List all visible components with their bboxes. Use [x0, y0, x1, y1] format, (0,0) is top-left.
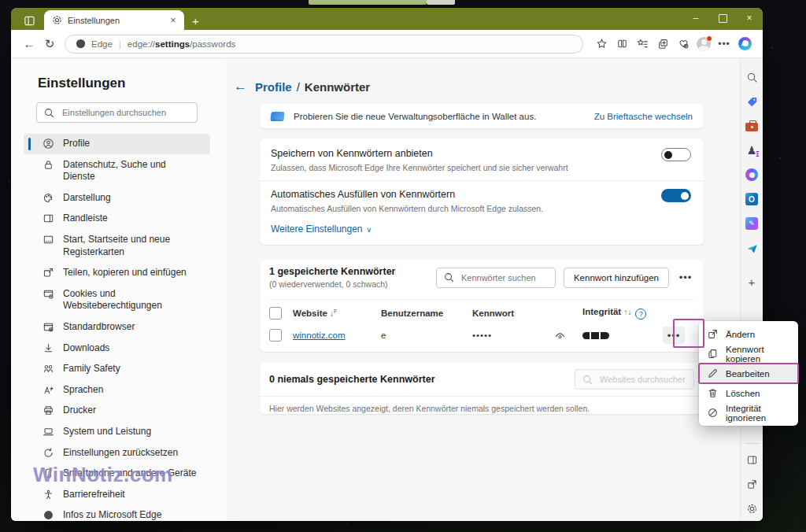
add-password-button[interactable]: Kennwort hinzufügen — [564, 268, 669, 288]
games-icon[interactable]: ♟ — [744, 142, 760, 158]
printer-icon — [43, 405, 54, 416]
sidebar-item-label: Sprachen — [63, 384, 103, 397]
menu-item-label: Integrität ignorieren — [726, 404, 790, 423]
outlook-icon[interactable]: O — [744, 191, 760, 207]
url-text: edge://settings/passwords — [128, 39, 235, 49]
sidebar-item-family-safety[interactable]: Family Safety — [24, 359, 210, 379]
settings-search-input[interactable] — [61, 107, 190, 118]
col-integrity[interactable]: Integrität ↑↓? — [582, 307, 663, 320]
back-button[interactable]: ← — [19, 37, 39, 50]
switch-to-wallet-link[interactable]: Zu Brieftasche wechseln — [594, 112, 693, 121]
notification-dot — [706, 35, 712, 42]
sidebar-search-icon[interactable] — [744, 69, 760, 85]
menu-item-bearbeiten[interactable]: Bearbeiten — [699, 364, 798, 383]
sidebar-item-datenschutz[interactable]: Datenschutz, Suche und Dienste — [24, 155, 210, 187]
settings-search[interactable] — [36, 102, 198, 123]
sidebar-panel-icon[interactable] — [744, 452, 760, 467]
sidebar-item-standardbrowser[interactable]: Standardbrowser — [24, 317, 210, 338]
sidebar-item-teilen[interactable]: Teilen, kopieren und einfügen — [24, 263, 210, 283]
laptop-icon — [43, 426, 54, 438]
favorites-list-icon[interactable] — [632, 34, 653, 54]
profile-avatar[interactable] — [693, 34, 714, 54]
rail-divider — [745, 443, 759, 444]
settings-more-icon[interactable]: ••• — [714, 39, 734, 50]
annotation-highlight-box — [673, 319, 704, 348]
sidebar-item-label: Profile — [63, 138, 90, 150]
workspaces-icon[interactable] — [17, 11, 41, 30]
close-button[interactable]: × — [736, 8, 763, 28]
sidebar-item-label: Downloads — [63, 342, 109, 355]
sidebar-item-zuruecksetzen[interactable]: Einstellungen zurücksetzen — [24, 443, 210, 464]
favorite-star-icon[interactable] — [591, 34, 612, 54]
menu-item-kennwort-kopieren[interactable]: Kennwort kopieren — [699, 344, 798, 364]
collections-icon[interactable] — [653, 34, 673, 54]
reveal-password-icon[interactable] — [554, 330, 582, 342]
col-website[interactable]: Website ↓F — [293, 308, 381, 318]
sidebar-item-system[interactable]: System und Leistung — [24, 422, 210, 442]
password-row: winnotiz.com e ••••• ••• — [269, 327, 694, 344]
tools-icon[interactable] — [744, 118, 760, 134]
sidebar-item-downloads[interactable]: Downloads — [24, 338, 210, 359]
sidebar-item-profile[interactable]: Profile — [24, 134, 210, 154]
tab-einstellungen[interactable]: Einstellungen × — [44, 10, 184, 30]
menu-item-integritaet-ignorieren[interactable]: Integrität ignorieren — [699, 403, 798, 423]
minimize-button[interactable]: – — [682, 8, 709, 28]
autofill-toggle[interactable] — [661, 189, 691, 202]
designer-icon[interactable]: ✎ — [744, 216, 760, 231]
sidebar-item-drucker[interactable]: Drucker — [24, 401, 210, 421]
shopping-icon[interactable] — [744, 94, 760, 109]
save-offer-toggle[interactable] — [661, 148, 691, 161]
col-password: Kennwort — [472, 308, 554, 318]
sidebar-panel-icon — [43, 212, 54, 224]
sidebar-item-randleiste[interactable]: Randleiste — [24, 209, 210, 229]
password-search[interactable] — [436, 268, 556, 288]
share-icon — [43, 267, 54, 279]
integrity-help-icon[interactable]: ? — [635, 308, 646, 320]
desktop: Einstellungen × + – × ← ↻ Edge | edge:/ — [0, 0, 806, 532]
drop-app-icon[interactable] — [744, 240, 760, 256]
setting-description: Automatisches Ausfüllen von Kennwörtern … — [271, 204, 693, 213]
sidebar-item-sprachen[interactable]: Sprachen — [24, 380, 210, 401]
username-cell: e — [381, 331, 472, 340]
menu-item-label: Löschen — [726, 389, 760, 398]
row-checkbox[interactable] — [269, 329, 282, 342]
menu-item-aendern[interactable]: Ändern — [699, 324, 798, 344]
sidebar-item-infos[interactable]: Infos zu Microsoft Edge — [24, 505, 210, 521]
browser-essentials-icon[interactable] — [673, 34, 693, 54]
maximize-button[interactable] — [709, 8, 736, 28]
reload-button[interactable]: ↻ — [39, 37, 60, 51]
setting-save-offer: Speichern von Kennwörtern anbieten Zulas… — [271, 148, 693, 172]
edge-logo-icon — [75, 38, 87, 50]
divider — [260, 180, 704, 181]
desktop-stars — [0, 0, 2, 2]
more-settings-link[interactable]: Weitere Einstellungen∨ — [271, 224, 372, 235]
sidebar-item-label: Family Safety — [63, 363, 120, 375]
new-tab-button[interactable]: + — [192, 16, 199, 27]
tab-close-icon[interactable]: × — [167, 14, 179, 27]
breadcrumb: ← Profile / Kennwörter — [234, 79, 370, 94]
sidebar-item-darstellung[interactable]: Darstellung — [24, 188, 210, 209]
never-saved-search[interactable] — [575, 369, 694, 390]
copilot-icon[interactable] — [734, 34, 755, 54]
person-icon — [43, 138, 54, 150]
edge-window: Einstellungen × + – × ← ↻ Edge | edge:/ — [11, 8, 763, 521]
breadcrumb-parent[interactable]: Profile — [255, 80, 292, 94]
select-all-checkbox[interactable] — [269, 307, 282, 320]
split-screen-icon[interactable] — [612, 34, 632, 54]
website-link[interactable]: winnotiz.com — [293, 331, 381, 340]
add-sidebar-app-button[interactable]: + — [749, 275, 756, 289]
address-bar[interactable]: Edge | edge://settings/passwords — [65, 35, 583, 54]
tab-title: Einstellungen — [68, 16, 167, 25]
password-search-input[interactable] — [460, 272, 549, 283]
sidebar-settings-gear-icon[interactable] — [744, 501, 760, 516]
sidebar-item-barrierefreiheit[interactable]: Barrierefreiheit — [24, 485, 210, 505]
saved-more-icon[interactable]: ••• — [677, 272, 694, 283]
sidebar-item-start[interactable]: Start, Startseite und neue Registerkarte… — [24, 230, 210, 262]
menu-item-loeschen[interactable]: Löschen — [699, 383, 798, 403]
chevron-down-icon: ∨ — [367, 226, 372, 234]
back-arrow-icon[interactable]: ← — [234, 79, 247, 94]
m365-copilot-icon[interactable] — [744, 167, 760, 183]
sidebar-item-smartphone[interactable]: Smartphone und andere Geräte — [24, 464, 210, 484]
sidebar-item-cookies[interactable]: Cookies und Websiteberechtigungen — [24, 284, 210, 316]
open-external-icon[interactable] — [744, 476, 760, 492]
